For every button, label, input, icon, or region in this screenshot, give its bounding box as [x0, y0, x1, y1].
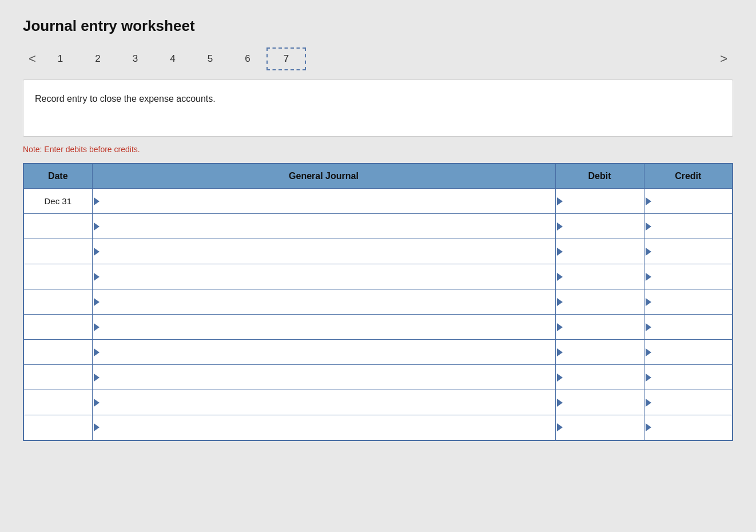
arrow-icon [646, 298, 651, 306]
debit-cell-7[interactable] [555, 365, 644, 390]
table-row [23, 315, 733, 340]
journal-cell-9[interactable] [92, 415, 555, 440]
table-row [23, 390, 733, 415]
arrow-icon [646, 273, 651, 281]
journal-table: Date General Journal Debit Credit Dec 31 [23, 163, 733, 441]
credit-cell-3[interactable] [644, 264, 733, 289]
table-row [23, 365, 733, 390]
journal-cell-0[interactable] [92, 189, 555, 214]
arrow-icon [94, 273, 100, 281]
journal-cell-2[interactable] [92, 239, 555, 264]
tab-4[interactable]: 4 [154, 49, 191, 69]
header-credit: Credit [644, 164, 733, 189]
debit-cell-9[interactable] [555, 415, 644, 440]
debit-cell-1[interactable] [555, 214, 644, 239]
arrow-icon [94, 248, 100, 256]
table-row [23, 289, 733, 315]
tab-6[interactable]: 6 [229, 49, 266, 69]
arrow-icon [557, 323, 563, 331]
tab-5[interactable]: 5 [192, 49, 229, 69]
debit-cell-3[interactable] [555, 264, 644, 289]
arrow-icon [94, 423, 100, 431]
journal-cell-6[interactable] [92, 340, 555, 365]
table-row [23, 214, 733, 239]
arrow-icon [94, 323, 100, 331]
table-row [23, 340, 733, 365]
arrow-icon [557, 423, 563, 431]
page-title: Journal entry worksheet [23, 17, 733, 35]
description-box: Record entry to close the expense accoun… [23, 80, 733, 137]
arrow-icon [557, 374, 563, 382]
arrow-icon [94, 197, 100, 205]
header-date: Date [23, 164, 92, 189]
arrow-icon [646, 323, 651, 331]
tab-1[interactable]: 1 [42, 49, 79, 69]
date-cell-3[interactable] [23, 264, 92, 289]
page-container: Journal entry worksheet < 1 2 3 4 5 6 7 … [0, 0, 756, 532]
arrow-icon [557, 197, 563, 205]
table-row [23, 415, 733, 440]
date-cell-4[interactable] [23, 289, 92, 315]
debit-cell-5[interactable] [555, 315, 644, 340]
description-text: Record entry to close the expense accoun… [35, 94, 216, 104]
table-row [23, 264, 733, 289]
arrow-icon [94, 348, 100, 356]
date-cell-1[interactable] [23, 214, 92, 239]
credit-cell-6[interactable] [644, 340, 733, 365]
header-debit: Debit [555, 164, 644, 189]
arrow-icon [94, 374, 100, 382]
journal-cell-3[interactable] [92, 264, 555, 289]
journal-cell-7[interactable] [92, 365, 555, 390]
tab-2[interactable]: 2 [79, 49, 116, 69]
note-text: Note: Enter debits before credits. [23, 145, 733, 154]
arrow-icon [646, 423, 651, 431]
debit-cell-4[interactable] [555, 289, 644, 315]
journal-cell-8[interactable] [92, 390, 555, 415]
credit-cell-5[interactable] [644, 315, 733, 340]
tab-3[interactable]: 3 [117, 49, 154, 69]
debit-cell-6[interactable] [555, 340, 644, 365]
credit-cell-2[interactable] [644, 239, 733, 264]
journal-cell-1[interactable] [92, 214, 555, 239]
arrow-icon [646, 197, 651, 205]
date-cell-7[interactable] [23, 365, 92, 390]
tab-navigation: < 1 2 3 4 5 6 7 > [23, 47, 733, 70]
debit-cell-2[interactable] [555, 239, 644, 264]
arrow-icon [94, 298, 100, 306]
arrow-icon [646, 348, 651, 356]
credit-cell-8[interactable] [644, 390, 733, 415]
arrow-icon [94, 223, 100, 231]
next-arrow[interactable]: > [714, 49, 733, 69]
credit-cell-1[interactable] [644, 214, 733, 239]
arrow-icon [646, 399, 651, 407]
journal-cell-4[interactable] [92, 289, 555, 315]
arrow-icon [94, 399, 100, 407]
table-header-row: Date General Journal Debit Credit [23, 164, 733, 189]
arrow-icon [646, 223, 651, 231]
arrow-icon [557, 248, 563, 256]
table-row: Dec 31 [23, 189, 733, 214]
date-cell-8[interactable] [23, 390, 92, 415]
arrow-icon [557, 298, 563, 306]
header-general-journal: General Journal [92, 164, 555, 189]
debit-cell-8[interactable] [555, 390, 644, 415]
table-row [23, 239, 733, 264]
arrow-icon [557, 399, 563, 407]
credit-cell-0[interactable] [644, 189, 733, 214]
prev-arrow[interactable]: < [23, 49, 42, 69]
tab-7[interactable]: 7 [266, 47, 306, 70]
credit-cell-9[interactable] [644, 415, 733, 440]
date-cell-9[interactable] [23, 415, 92, 440]
arrow-icon [557, 273, 563, 281]
date-cell-6[interactable] [23, 340, 92, 365]
journal-cell-5[interactable] [92, 315, 555, 340]
date-cell-5[interactable] [23, 315, 92, 340]
arrow-icon [557, 348, 563, 356]
date-cell-0[interactable]: Dec 31 [23, 189, 92, 214]
credit-cell-7[interactable] [644, 365, 733, 390]
credit-cell-4[interactable] [644, 289, 733, 315]
debit-cell-0[interactable] [555, 189, 644, 214]
arrow-icon [646, 374, 651, 382]
arrow-icon [557, 223, 563, 231]
date-cell-2[interactable] [23, 239, 92, 264]
